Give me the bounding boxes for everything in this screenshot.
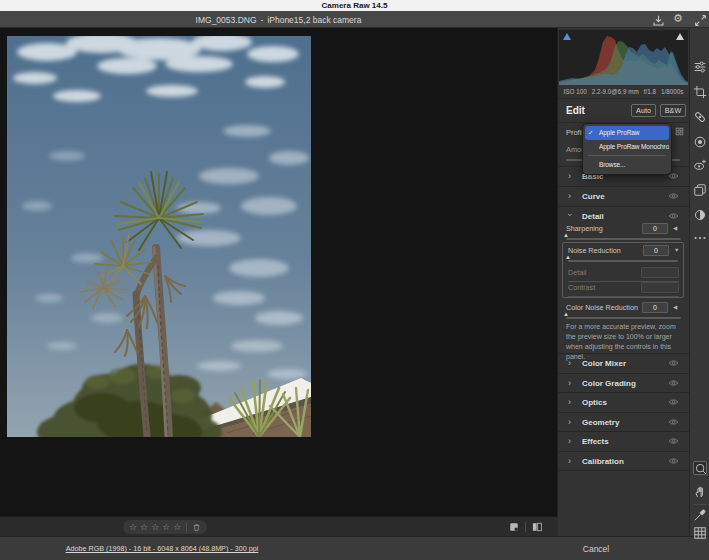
- snapshots-icon[interactable]: [693, 208, 707, 222]
- eye-icon[interactable]: [668, 358, 679, 369]
- red-eye-icon[interactable]: [693, 158, 707, 172]
- document-camera: iPhone15,2 back camera: [267, 15, 361, 25]
- sharpening-expand-icon[interactable]: ◀: [673, 225, 677, 231]
- section-divider: [558, 470, 689, 471]
- export-icon[interactable]: [652, 13, 665, 26]
- healing-brush-icon[interactable]: [693, 110, 707, 124]
- chevron-right-icon: ›: [568, 358, 571, 368]
- edit-sliders-icon[interactable]: [693, 60, 707, 74]
- chevron-right-icon: ›: [568, 455, 571, 465]
- filmstrip-bar: ☆ ☆ ☆ ☆ ☆: [0, 516, 558, 536]
- sharpening-label: Sharpening: [566, 224, 603, 233]
- star-icon[interactable]: ☆: [129, 520, 137, 534]
- chevron-right-icon: ›: [568, 191, 571, 201]
- image-canvas: [0, 28, 558, 516]
- eye-icon[interactable]: [668, 377, 679, 388]
- menu-separator: [588, 155, 666, 156]
- edit-title: Edit: [566, 105, 585, 116]
- star-rating[interactable]: ☆ ☆ ☆ ☆ ☆: [123, 520, 207, 534]
- fullscreen-icon[interactable]: [694, 13, 707, 26]
- auto-button[interactable]: Auto: [631, 104, 656, 117]
- highlight-clipping-icon[interactable]: [676, 33, 684, 40]
- section-detail[interactable]: › Detail: [558, 206, 689, 224]
- section-color-mixer[interactable]: › Color Mixer: [558, 353, 689, 373]
- nr-contrast-label: Contrast: [568, 283, 595, 292]
- trash-icon[interactable]: [192, 523, 201, 532]
- bottom-bar: Adobe RGB (1998) - 16 bit - 6048 x 8064 …: [0, 536, 709, 560]
- chevron-down-icon: ›: [565, 213, 575, 216]
- photo-preview[interactable]: [7, 36, 311, 437]
- eye-icon[interactable]: [668, 210, 679, 221]
- cancel-button[interactable]: Cancel: [574, 537, 618, 560]
- sharpening-slider-thumb[interactable]: ▲: [563, 232, 569, 238]
- section-geometry[interactable]: › Geometry: [558, 412, 689, 432]
- section-optics[interactable]: › Optics: [558, 392, 689, 412]
- document-title: IMG_0053.DNG - iPhone15,2 back camera: [0, 11, 557, 28]
- section-calibration[interactable]: › Calibration: [558, 451, 689, 471]
- more-options-icon[interactable]: [693, 231, 707, 245]
- noise-reduction-group: Noise Reduction 0 ▼ ▲ Detail Contrast: [562, 242, 684, 298]
- star-icon[interactable]: ☆: [162, 520, 170, 534]
- section-color-grading[interactable]: › Color Grading: [558, 373, 689, 393]
- color-nr-slider-thumb[interactable]: ▲: [563, 311, 569, 317]
- chevron-right-icon: ›: [568, 416, 571, 426]
- eye-icon[interactable]: [668, 191, 679, 202]
- color-sampler-icon[interactable]: [693, 508, 707, 522]
- noise-reduction-slider-thumb[interactable]: ▲: [565, 254, 571, 260]
- noise-reduction-label: Noise Reduction: [568, 246, 621, 255]
- document-filename: IMG_0053.DNG: [196, 15, 257, 25]
- exif-lens: 2.2-9.0@6.9 mm: [592, 88, 639, 95]
- section-effects[interactable]: › Effects: [558, 431, 689, 451]
- menu-item-apple-proraw-monochrome[interactable]: Apple ProRaw Monochrome: [585, 140, 669, 154]
- star-icon[interactable]: ☆: [173, 520, 181, 534]
- sharpening-slider[interactable]: [566, 238, 681, 240]
- color-nr-value[interactable]: 0: [642, 302, 668, 313]
- workflow-options-link[interactable]: Adobe RGB (1998) - 16 bit - 6048 x 8064 …: [42, 537, 282, 560]
- chevron-right-icon: ›: [568, 377, 571, 387]
- exif-shutter: 1/8000s: [661, 88, 683, 95]
- bw-button[interactable]: B&W: [660, 104, 686, 117]
- preview-toggle-icon[interactable]: [508, 521, 520, 533]
- color-nr-slider[interactable]: [566, 317, 681, 319]
- eye-icon[interactable]: [668, 397, 679, 408]
- noise-reduction-slider[interactable]: [568, 260, 678, 262]
- zoom-tool-icon[interactable]: [693, 461, 707, 475]
- noise-reduction-collapse-icon[interactable]: ▼: [674, 247, 679, 253]
- masking-icon[interactable]: [693, 135, 707, 149]
- star-icon[interactable]: ☆: [151, 520, 159, 534]
- camera-raw-window: Camera Raw 14.5 IMG_0053.DNG - iPhone15,…: [0, 0, 709, 560]
- exif-iso: ISO 100: [564, 88, 587, 95]
- tool-divider: [694, 504, 706, 505]
- color-nr-label: Color Noise Reduction: [566, 303, 638, 312]
- sharpening-value[interactable]: 0: [642, 223, 668, 234]
- menu-item-apple-proraw[interactable]: ✓ Apple ProRaw: [585, 126, 669, 140]
- profile-browse-icon[interactable]: [675, 127, 684, 136]
- edit-panel: ISO 100 2.2-9.0@6.9 mm f/1.8 1/8000s Edi…: [558, 28, 689, 536]
- nr-detail-label: Detail: [568, 268, 586, 277]
- grid-overlay-icon[interactable]: [693, 526, 707, 540]
- preview-controls: [508, 520, 543, 534]
- hand-tool-icon[interactable]: [693, 485, 707, 499]
- preview-divider: [525, 522, 526, 532]
- noise-reduction-value[interactable]: 0: [643, 245, 669, 256]
- chevron-right-icon: ›: [568, 171, 571, 181]
- crop-icon[interactable]: [693, 85, 707, 99]
- eye-icon[interactable]: [668, 436, 679, 447]
- nr-contrast-slider: [568, 296, 679, 297]
- star-icon[interactable]: ☆: [140, 520, 148, 534]
- profile-dropdown-menu: ✓ Apple ProRaw Apple ProRaw Monochrome B…: [582, 123, 672, 175]
- chevron-right-icon: ›: [568, 436, 571, 446]
- presets-icon[interactable]: [693, 183, 707, 197]
- section-curve[interactable]: › Curve: [558, 186, 689, 206]
- eye-icon[interactable]: [668, 416, 679, 427]
- edit-header: Edit Auto B&W: [558, 99, 689, 123]
- color-nr-expand-icon[interactable]: ◀: [673, 304, 677, 310]
- tool-sidebar: [689, 28, 709, 536]
- eye-icon[interactable]: [668, 455, 679, 466]
- menu-item-browse[interactable]: Browse...: [585, 158, 669, 172]
- before-after-icon[interactable]: [531, 521, 543, 533]
- histogram[interactable]: [559, 30, 688, 85]
- shadow-clipping-icon[interactable]: [563, 33, 571, 40]
- nr-detail-value: [641, 267, 679, 278]
- settings-gear-icon[interactable]: ⚙: [673, 12, 683, 25]
